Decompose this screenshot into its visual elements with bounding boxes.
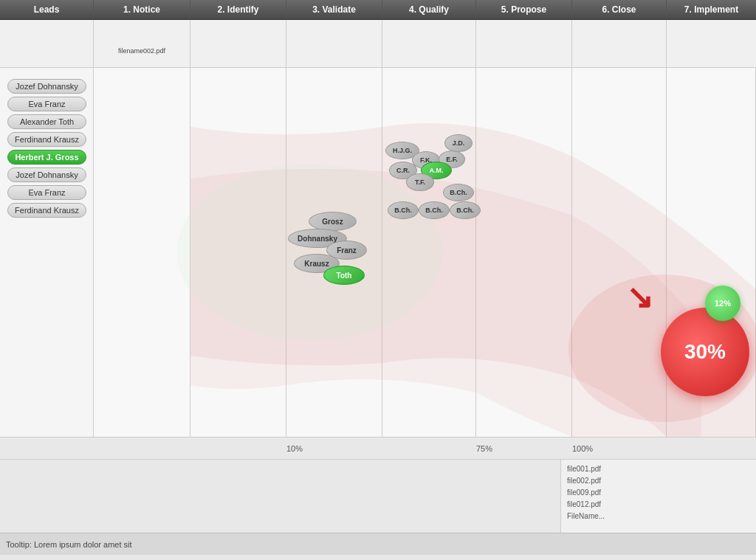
lead-item-7[interactable]: Ferdinand Krausz (7, 203, 86, 218)
files-implement (667, 20, 756, 67)
col-qualify (382, 68, 476, 437)
files-leads (0, 20, 94, 67)
lead-item-1[interactable]: Eva Franz (7, 97, 86, 111)
files-propose (476, 20, 572, 67)
header-propose[interactable]: 5. Propose (476, 0, 572, 19)
big-circle-green[interactable]: 12% (705, 286, 740, 321)
header-validate[interactable]: 3. Validate (286, 0, 382, 19)
tooltip-bar: Tooltip: Lorem ipsum dolor amet sit (0, 533, 756, 555)
node-bch2[interactable]: B.Ch. (388, 201, 419, 219)
percentage-bar: 10% 75% 100% (0, 437, 756, 459)
node-tf[interactable]: T.F. (406, 173, 434, 191)
pct-100: 100% (572, 444, 593, 453)
header-qualify[interactable]: 4. Qualify (382, 0, 476, 19)
files-validate (286, 20, 382, 67)
big-circle-red-label: 30% (684, 340, 726, 364)
files-notice[interactable]: filename002.pdf (94, 20, 190, 67)
bottom-area: file001.pdf file002.pdf file009.pdf file… (0, 459, 756, 533)
header-leads[interactable]: Leads (0, 0, 94, 19)
content-area: Jozef Dohnansky Eva Franz Alexander Toth… (0, 68, 756, 437)
col-propose (476, 68, 572, 437)
bottom-file-2[interactable]: file002.pdf (567, 475, 750, 487)
lead-item-5[interactable]: Jozef Dohnansky (7, 167, 86, 182)
bottom-file-4[interactable]: file012.pdf (567, 499, 750, 511)
col-identify (190, 68, 286, 437)
node-bch4[interactable]: B.Ch. (450, 201, 481, 219)
header-identify[interactable]: 2. Identify (190, 0, 286, 19)
bottom-file-5[interactable]: FileName... (567, 511, 750, 522)
big-circle-green-label: 12% (715, 299, 731, 308)
pct-10: 10% (286, 444, 303, 453)
lead-item-4-active[interactable]: Herbert J. Gross (7, 150, 86, 165)
files-qualify (382, 20, 476, 67)
lead-item-6[interactable]: Eva Franz (7, 185, 86, 200)
bottom-file-list: file001.pdf file002.pdf file009.pdf file… (561, 460, 756, 533)
bottom-file-3[interactable]: file009.pdf (567, 487, 750, 499)
node-bch1[interactable]: B.Ch. (443, 184, 474, 201)
lead-item-2[interactable]: Alexander Toth (7, 114, 86, 129)
notice-file-label: filename002.pdf (118, 47, 165, 55)
leads-list: Jozef Dohnansky Eva Franz Alexander Toth… (4, 75, 90, 221)
bottom-left-panel (0, 460, 561, 533)
down-right-arrow: ↘ (626, 278, 653, 316)
lead-item-3[interactable]: Ferdinand Krausz (7, 132, 86, 147)
col-close (572, 68, 667, 437)
big-circle-red[interactable]: 30% (661, 308, 749, 396)
pipeline-header: Leads 1. Notice 2. Identify 3. Validate … (0, 0, 756, 20)
header-notice[interactable]: 1. Notice (94, 0, 190, 19)
header-close[interactable]: 6. Close (572, 0, 667, 19)
files-close (572, 20, 667, 67)
file-icons-notice (139, 32, 145, 46)
files-identify (190, 20, 286, 67)
tooltip-text: Tooltip: Lorem ipsum dolor amet sit (6, 540, 132, 549)
col-notice (94, 68, 190, 437)
bottom-file-1[interactable]: file001.pdf (567, 463, 750, 475)
node-bch3[interactable]: B.Ch. (419, 201, 450, 219)
node-toth[interactable]: Toth (323, 266, 365, 285)
lead-item-0[interactable]: Jozef Dohnansky (7, 79, 86, 94)
pct-75: 75% (476, 444, 492, 453)
files-row: filename002.pdf (0, 20, 756, 68)
node-jd[interactable]: J.D. (444, 134, 472, 152)
header-implement[interactable]: 7. Implement (667, 0, 756, 19)
